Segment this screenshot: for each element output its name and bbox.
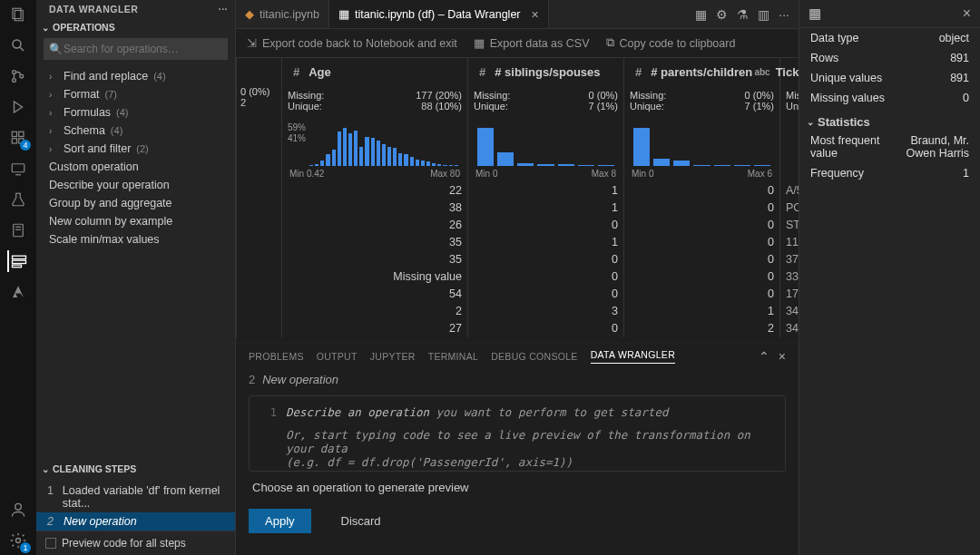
azure-icon[interactable] — [7, 281, 29, 303]
activity-bar: 4 1 — [0, 0, 36, 555]
svg-point-6 — [20, 74, 24, 78]
stats-header[interactable]: ⌄Statistics — [799, 108, 980, 131]
stat-rows-label: Rows — [810, 52, 838, 64]
step-2[interactable]: 2New operation — [36, 512, 235, 531]
export-csv-button[interactable]: ▦Export data as CSV — [474, 36, 590, 50]
close-icon[interactable]: × — [963, 5, 971, 22]
op-find-replace[interactable]: ›Find and replace(4) — [36, 67, 235, 85]
code-editor[interactable]: 1Describe an operation you want to perfo… — [249, 395, 786, 472]
op-format[interactable]: ›Format(7) — [36, 85, 235, 103]
table-row[interactable]: 231349909 — [236, 303, 799, 320]
chart-age: 59% 41% Min 0.42 Max 80 — [288, 122, 462, 179]
chevron-up-icon[interactable]: ⌃ — [759, 349, 769, 364]
step-1[interactable]: 1Loaded variable 'df' from kernel stat..… — [36, 482, 235, 512]
copy-clipboard-button[interactable]: ⧉Copy code to clipboard — [606, 36, 736, 50]
op-groupby[interactable]: Group by and aggregate — [36, 194, 235, 212]
tab-debug[interactable]: DEBUG CONSOLE — [491, 351, 578, 362]
beaker-icon[interactable]: ⚗ — [737, 7, 749, 22]
source-control-icon[interactable] — [7, 65, 29, 87]
col-parents[interactable]: # parents/children — [647, 65, 769, 79]
tab-output[interactable]: OUTPUT — [317, 351, 358, 362]
table-row[interactable]: 2702347742 — [236, 320, 799, 337]
table-row[interactable]: Missing value00330877 — [236, 268, 799, 286]
table-icon[interactable]: ▥ — [758, 7, 769, 22]
stat-unique: 891 — [950, 72, 969, 84]
data-grid[interactable]: #Age ## siblings/spouses ## parents/chil… — [236, 58, 799, 343]
gear-icon[interactable]: 1 — [7, 530, 29, 551]
table-row[interactable]: 2600STON/ — [236, 217, 799, 234]
account-icon[interactable] — [7, 499, 29, 521]
svg-rect-12 — [12, 164, 24, 172]
main: ◆ titanic.ipynb ▦ titanic.ipynb (df) – D… — [236, 0, 980, 555]
export-toolbar: ⇲Export code back to Notebook and exit ▦… — [236, 29, 799, 58]
discard-button[interactable]: Discard — [324, 509, 398, 533]
op-describe[interactable]: Describe your operation — [36, 176, 235, 194]
apply-button[interactable]: Apply — [249, 509, 311, 533]
close-panel-icon[interactable]: × — [779, 349, 786, 364]
search-icon[interactable] — [7, 34, 29, 56]
export-notebook-button[interactable]: ⇲Export code back to Notebook and exit — [247, 36, 457, 50]
svg-point-5 — [13, 79, 16, 83]
right-stats-panel: ▦ × Data typeobject Rows891 Unique value… — [799, 0, 980, 555]
search-input[interactable] — [44, 38, 228, 60]
svg-point-2 — [13, 40, 21, 48]
stat-dtype: object — [939, 32, 969, 44]
tab-bar: ◆ titanic.ipynb ▦ titanic.ipynb (df) – D… — [236, 0, 799, 29]
op-newcol[interactable]: New column by example — [36, 212, 235, 230]
notebook-icon[interactable] — [7, 219, 29, 241]
svg-rect-15 — [14, 224, 24, 237]
number-type-icon: # — [479, 65, 485, 79]
gear-icon[interactable]: ⚙ — [716, 7, 728, 22]
grid-icon[interactable]: ▦ — [695, 7, 707, 22]
tab-notebook[interactable]: ◆ titanic.ipynb — [236, 0, 329, 28]
sidebar-title: DATA WRANGLER ··· — [36, 0, 235, 18]
run-debug-icon[interactable] — [7, 96, 29, 118]
extensions-icon[interactable]: 4 — [7, 127, 29, 149]
table-row[interactable]: 540017463 — [236, 286, 799, 303]
col-siblings[interactable]: # siblings/spouses — [491, 65, 612, 79]
explorer-icon[interactable] — [7, 4, 29, 25]
chart-parents: Min 0 Max 6 — [630, 122, 774, 179]
op-scale[interactable]: Scale min/max values — [36, 230, 235, 248]
new-op-title: 2New operation — [236, 369, 799, 390]
table-row[interactable]: 3500373450 — [236, 251, 799, 268]
more-icon[interactable]: ··· — [779, 7, 789, 22]
beaker-icon[interactable] — [7, 189, 29, 210]
preview-all-steps[interactable]: Preview code for all steps — [36, 531, 235, 555]
svg-point-22 — [15, 503, 22, 510]
remote-icon[interactable] — [7, 158, 29, 180]
sidebar: DATA WRANGLER ··· ⌄OPERATIONS 🔍 ›Find an… — [36, 0, 236, 555]
wrangler-icon[interactable] — [7, 250, 29, 272]
op-schema[interactable]: ›Schema(4) — [36, 122, 235, 140]
col-ticket[interactable]: Ticket — [776, 65, 799, 79]
table-row[interactable]: 3510113803 — [236, 234, 799, 251]
stat-rows: 891 — [950, 52, 969, 64]
col-age[interactable]: Age — [305, 65, 456, 79]
panel-tabs: PROBLEMS OUTPUT JUPYTER TERMINAL DEBUG C… — [236, 344, 799, 369]
steps-list: 1Loaded variable 'df' from kernel stat..… — [36, 478, 235, 531]
stat-unique-label: Unique values — [810, 72, 882, 84]
stat-freq: 1 — [963, 167, 969, 180]
ops-header[interactable]: ⌄OPERATIONS — [36, 18, 235, 36]
tab-terminal[interactable]: TERMINAL — [428, 351, 479, 362]
preview-hint: Choose an operation to generate preview — [236, 472, 799, 503]
op-sort-filter[interactable]: ›Sort and filter(2) — [36, 140, 235, 158]
tab-wrangler[interactable]: ▦ titanic.ipynb (df) – Data Wrangler × — [329, 0, 549, 28]
checkbox-icon[interactable] — [45, 538, 56, 549]
table-row[interactable]: 2210A/5 211 — [236, 182, 799, 200]
op-formulas[interactable]: ›Formulas(4) — [36, 103, 235, 122]
col0-left-top: 0 (0%) — [240, 86, 270, 97]
tab-jupyter[interactable]: JUPYTER — [370, 351, 416, 362]
table-row[interactable]: 3810PC 175 — [236, 200, 799, 217]
tab-data-wrangler[interactable]: DATA WRANGLER — [591, 349, 675, 364]
op-custom[interactable]: Custom operation — [36, 158, 235, 176]
steps-header[interactable]: ⌄CLEANING STEPS — [36, 460, 235, 478]
tab-problems[interactable]: PROBLEMS — [249, 351, 304, 362]
stat-most: Braund, Mr. Owen Harris — [881, 134, 969, 160]
close-icon[interactable]: × — [532, 7, 539, 22]
jupyter-icon: ◆ — [245, 7, 254, 21]
text-type-icon: abc — [754, 67, 769, 77]
more-icon[interactable]: ··· — [219, 4, 228, 15]
number-type-icon: # — [293, 65, 299, 79]
svg-rect-18 — [13, 256, 26, 258]
